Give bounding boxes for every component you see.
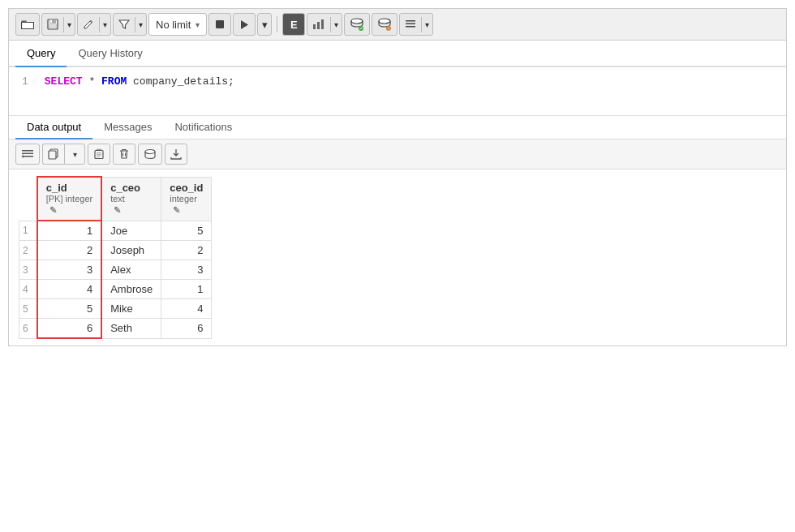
limit-value: No limit	[156, 19, 191, 31]
edit-dropdown-btn[interactable]: ▾	[77, 13, 111, 36]
cell-ceo-id[interactable]: 2	[161, 241, 212, 260]
edit-icon	[78, 15, 99, 33]
sql-editor[interactable]: 1SELECT * FROM company_details;	[9, 67, 786, 116]
svg-rect-10	[317, 22, 320, 29]
table-row: 44Ambrose1	[19, 280, 212, 299]
sql-table: company_details;	[127, 75, 234, 88]
cell-c-ceo[interactable]: Ambrose	[101, 280, 161, 299]
line-number: 1	[22, 75, 28, 88]
main-tabs: Query Query History	[9, 41, 786, 67]
sql-star: *	[83, 75, 101, 88]
c-id-type: [PK] integer	[46, 194, 92, 204]
svg-point-12	[351, 19, 363, 24]
c-id-label: c_id	[46, 182, 67, 194]
cell-c-ceo[interactable]: Alex	[101, 260, 161, 280]
tab-notifications[interactable]: Notifications	[163, 116, 243, 139]
list-dropdown-btn[interactable]: ▾	[399, 13, 433, 36]
cell-c-id[interactable]: 1	[37, 221, 101, 241]
copy-dropdown-btn[interactable]: ▾	[64, 144, 85, 165]
keyword-select: SELECT	[45, 75, 83, 88]
svg-rect-20	[22, 150, 33, 152]
filter-dropdown-arrow: ▾	[135, 17, 146, 32]
tab-query-history[interactable]: Query History	[67, 41, 153, 67]
filter-dropdown-btn[interactable]: ▾	[113, 13, 147, 36]
save-dropdown-btn[interactable]: ▾	[41, 13, 75, 36]
svg-rect-29	[97, 154, 101, 155]
output-toolbar: + ▾	[9, 139, 786, 169]
chart-dropdown-btn[interactable]: ▾	[307, 13, 342, 36]
app-container: ▾ ▾ ▾ No limit ▾	[8, 8, 787, 346]
save-data-btn[interactable]	[138, 144, 162, 165]
svg-text:+: +	[21, 152, 25, 160]
data-table-wrap: c_id [PK] integer ✎ c_ceo text ✎ ceo_id …	[9, 169, 786, 345]
tab-query[interactable]: Query	[15, 41, 67, 67]
cell-c-id[interactable]: 4	[37, 280, 101, 299]
add-row-btn[interactable]: +	[15, 144, 40, 165]
row-num-header	[19, 177, 37, 221]
row-number: 5	[19, 299, 37, 319]
filter-icon	[114, 15, 135, 33]
c-ceo-edit-icon[interactable]: ✎	[114, 205, 121, 215]
cell-c-ceo[interactable]: Seth	[101, 319, 161, 339]
cell-c-id[interactable]: 2	[37, 241, 101, 260]
svg-rect-7	[49, 24, 57, 28]
table-body: 11Joe522Joseph233Alex344Ambrose155Mike46…	[19, 221, 212, 338]
svg-text:↑: ↑	[388, 26, 391, 31]
cell-ceo-id[interactable]: 4	[161, 299, 212, 319]
cell-ceo-id[interactable]: 1	[161, 280, 212, 299]
row-number: 2	[19, 241, 37, 260]
table-row: 11Joe5	[19, 221, 212, 241]
run-dropdown-btn[interactable]: ▾	[257, 13, 272, 36]
ceo-id-edit-icon[interactable]: ✎	[173, 205, 180, 215]
svg-rect-28	[97, 152, 101, 153]
cell-c-ceo[interactable]: Joe	[101, 221, 161, 241]
delete-btn[interactable]	[113, 144, 135, 165]
table-row: 66Seth6	[19, 319, 212, 339]
download-btn[interactable]	[165, 144, 187, 165]
svg-rect-25	[49, 151, 56, 159]
limit-dropdown-arrow: ▾	[196, 20, 200, 29]
limit-select[interactable]: No limit ▾	[148, 13, 207, 36]
chart-icon	[307, 15, 330, 33]
col-header-c-id[interactable]: c_id [PK] integer ✎	[37, 177, 101, 221]
cell-ceo-id[interactable]: 3	[161, 260, 212, 280]
tab-data-output[interactable]: Data output	[15, 116, 92, 139]
stop-btn[interactable]	[208, 13, 231, 36]
svg-rect-30	[97, 156, 100, 157]
db-update-btn[interactable]: ↑	[372, 13, 398, 36]
copy-group: ▾	[42, 144, 85, 165]
row-number: 3	[19, 260, 37, 280]
cell-ceo-id[interactable]: 5	[161, 221, 212, 241]
svg-point-31	[145, 150, 155, 154]
paste-btn[interactable]	[88, 144, 110, 165]
db-check-btn[interactable]	[344, 13, 370, 36]
cell-ceo-id[interactable]: 6	[161, 319, 212, 339]
edit-dropdown-arrow: ▾	[99, 17, 110, 32]
cell-c-id[interactable]: 6	[37, 319, 101, 339]
cell-c-id[interactable]: 3	[37, 260, 101, 280]
open-file-btn[interactable]	[15, 13, 40, 36]
cell-c-ceo[interactable]: Joseph	[101, 241, 161, 260]
explain-btn[interactable]: E	[282, 13, 305, 36]
chart-dropdown-arrow: ▾	[330, 17, 342, 32]
cell-c-ceo[interactable]: Mike	[101, 299, 161, 319]
tab-messages[interactable]: Messages	[92, 116, 163, 139]
svg-rect-6	[50, 20, 52, 24]
table-header-row: c_id [PK] integer ✎ c_ceo text ✎ ceo_id …	[19, 177, 212, 221]
row-number: 6	[19, 319, 37, 339]
cell-c-id[interactable]: 5	[37, 299, 101, 319]
list-dropdown-arrow: ▾	[421, 17, 432, 32]
explain-label: E	[290, 19, 298, 31]
table-row: 33Alex3	[19, 260, 212, 280]
c-id-edit-icon[interactable]: ✎	[49, 205, 57, 215]
run-btn[interactable]	[233, 13, 256, 36]
row-number: 1	[19, 221, 37, 241]
col-header-ceo-id[interactable]: ceo_id integer ✎	[161, 177, 212, 221]
svg-rect-19	[406, 26, 415, 28]
svg-rect-9	[313, 24, 316, 29]
col-header-c-ceo[interactable]: c_ceo text ✎	[101, 177, 161, 221]
c-ceo-type: text	[110, 194, 153, 204]
main-toolbar: ▾ ▾ ▾ No limit ▾	[9, 9, 786, 41]
results-table: c_id [PK] integer ✎ c_ceo text ✎ ceo_id …	[19, 176, 212, 339]
copy-btn[interactable]	[42, 144, 64, 165]
